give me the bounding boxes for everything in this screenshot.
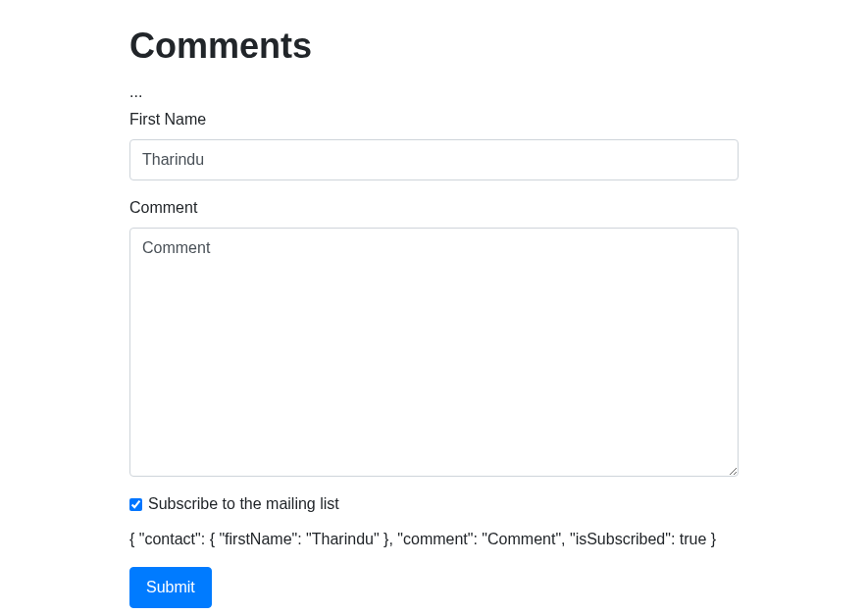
comment-textarea[interactable]: Comment	[129, 228, 739, 477]
comment-label: Comment	[129, 196, 739, 220]
subscribe-row: Subscribe to the mailing list	[129, 492, 739, 516]
first-name-label: First Name	[129, 108, 739, 131]
page-title: Comments	[129, 20, 739, 73]
comment-group: Comment Comment	[129, 196, 739, 477]
first-name-input[interactable]	[129, 139, 739, 180]
submit-button[interactable]: Submit	[129, 567, 212, 608]
subscribe-checkbox[interactable]	[129, 498, 142, 511]
subscribe-label: Subscribe to the mailing list	[148, 492, 339, 516]
comments-form-container: Comments ... First Name Comment Comment …	[0, 0, 868, 615]
ellipsis-text: ...	[129, 80, 739, 104]
first-name-group: First Name	[129, 108, 739, 180]
form-state-debug: { "contact": { "firstName": "Tharindu" }…	[129, 528, 739, 551]
